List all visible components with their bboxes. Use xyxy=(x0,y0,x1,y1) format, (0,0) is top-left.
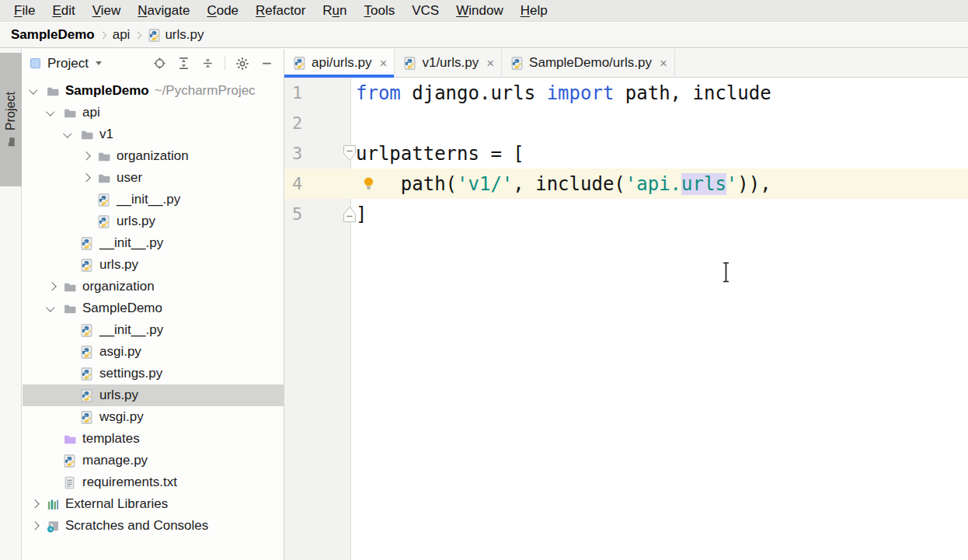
tree-item-urls-py[interactable]: urls.py xyxy=(23,254,284,276)
editor-tab-api-urls-py[interactable]: api/urls.py× xyxy=(284,49,395,77)
tree-item-label: __init__.py xyxy=(117,192,180,207)
tree-item-label: urls.py xyxy=(99,257,138,273)
pycharm-window: FileEditViewNavigateCodeRefactorRunTools… xyxy=(0,0,968,560)
menu-edit[interactable]: Edit xyxy=(44,2,83,20)
intention-bulb-icon[interactable] xyxy=(360,176,377,192)
chevron-right-icon[interactable] xyxy=(80,153,97,159)
hide-icon[interactable] xyxy=(259,57,273,71)
editor-code[interactable]: 1from django.urls import path, include23… xyxy=(284,78,968,229)
collapse-all-icon[interactable] xyxy=(200,57,214,71)
project-path-suffix: ~/PycharmProjec xyxy=(155,83,256,99)
tree-item-label: v1 xyxy=(99,127,113,142)
line-number: 1 xyxy=(284,83,351,103)
tree-item-scratches-and-consoles[interactable]: Scratches and Consoles xyxy=(23,515,284,537)
tree-item-label: SampleDemo xyxy=(82,301,162,316)
tree-item-organization[interactable]: organization xyxy=(23,276,284,297)
chevron-down-icon[interactable] xyxy=(63,133,80,137)
locate-icon[interactable] xyxy=(152,57,166,71)
code-line-2[interactable]: 2 xyxy=(284,108,968,138)
folder-icon xyxy=(63,301,78,315)
tree-item-api[interactable]: api xyxy=(23,102,284,123)
project-title[interactable]: Project xyxy=(47,56,89,71)
project-stripe-label: Project xyxy=(4,92,18,130)
python-icon xyxy=(80,367,95,381)
folder-icon xyxy=(63,280,78,294)
chevron-down-icon[interactable] xyxy=(96,61,102,65)
tree-item-settings-py[interactable]: settings.py xyxy=(23,363,284,384)
menu-code[interactable]: Code xyxy=(198,2,247,20)
tree-item-sampledemo[interactable]: SampleDemo~/PycharmProjec xyxy=(23,80,284,102)
menu-tools[interactable]: Tools xyxy=(356,2,404,20)
project-stripe-tab[interactable]: Project xyxy=(0,53,22,186)
settings-gear-icon[interactable] xyxy=(235,57,249,71)
breadcrumb-item-urls-py[interactable]: urls.py xyxy=(148,27,204,43)
chevron-down-icon[interactable] xyxy=(46,307,63,311)
python-icon xyxy=(80,323,95,337)
code-line-4[interactable]: 4 path('v1/', include('api.urls')), xyxy=(284,169,968,199)
menu-vcs[interactable]: VCS xyxy=(403,2,447,20)
chevron-right-icon[interactable] xyxy=(29,523,46,529)
breadcrumb-item-sampledemo[interactable]: SampleDemo xyxy=(11,27,95,43)
chevron-down-icon[interactable] xyxy=(29,89,46,93)
folder-icon xyxy=(46,84,61,98)
fold-start-icon[interactable] xyxy=(343,144,357,162)
chevron-right-icon[interactable] xyxy=(80,175,97,181)
chevron-right-icon[interactable] xyxy=(46,283,63,290)
close-icon[interactable]: × xyxy=(486,57,494,70)
tree-item--init-py[interactable]: __init__.py xyxy=(23,232,284,254)
chevron-right-icon[interactable] xyxy=(29,501,46,507)
tree-item-label: organization xyxy=(82,279,155,294)
menu-view[interactable]: View xyxy=(84,2,130,20)
tree-item-wsgi-py[interactable]: wsgi.py xyxy=(23,406,284,428)
tree-item-v1[interactable]: v1 xyxy=(23,123,284,145)
code-line-1[interactable]: 1from django.urls import path, include xyxy=(284,78,968,108)
mouse-ibeam-cursor xyxy=(721,262,731,286)
tree-item-urls-py[interactable]: urls.py xyxy=(23,384,284,406)
tree-item--init-py[interactable]: __init__.py xyxy=(23,319,284,341)
toolbar-separator xyxy=(225,57,225,70)
scratches-icon xyxy=(46,519,61,533)
code-line-3[interactable]: 3urlpatterns = [ xyxy=(284,138,968,169)
tree-item-organization[interactable]: organization xyxy=(23,145,284,167)
project-tree: SampleDemo~/PycharmProjecapiv1organizati… xyxy=(23,80,284,537)
close-icon[interactable]: × xyxy=(660,57,667,70)
menu-refactor[interactable]: Refactor xyxy=(247,2,314,20)
folder-icon xyxy=(80,127,95,141)
menu-help[interactable]: Help xyxy=(512,2,556,20)
close-icon[interactable]: × xyxy=(379,57,387,70)
tree-item-manage-py[interactable]: manage.py xyxy=(23,450,284,471)
tree-item-asgi-py[interactable]: asgi.py xyxy=(23,341,284,363)
tree-item-label: user xyxy=(117,170,142,186)
text-file-icon xyxy=(63,475,78,489)
python-file-icon xyxy=(510,57,524,70)
code-line-5[interactable]: 5] xyxy=(284,199,968,229)
tree-item-templates[interactable]: templates xyxy=(23,428,284,450)
menu-window[interactable]: Window xyxy=(447,2,511,20)
editor-tab-v1-urls-py[interactable]: v1/urls.py× xyxy=(395,49,502,77)
chevron-down-icon[interactable] xyxy=(46,111,63,115)
tree-item--init-py[interactable]: __init__.py xyxy=(23,189,284,210)
python-icon xyxy=(97,193,112,207)
folder-icon xyxy=(63,106,78,120)
editor-tab-sampledemo-urls-py[interactable]: SampleDemo/urls.py× xyxy=(502,49,675,77)
line-number: 3 xyxy=(284,144,351,163)
tree-item-external-libraries[interactable]: External Libraries xyxy=(23,493,284,515)
tree-item-sampledemo[interactable]: SampleDemo xyxy=(23,297,284,319)
tree-item-label: wsgi.py xyxy=(99,409,144,425)
tree-item-requirements-txt[interactable]: requirements.txt xyxy=(23,471,284,493)
menu-navigate[interactable]: Navigate xyxy=(129,2,198,20)
tree-item-user[interactable]: user xyxy=(23,167,284,189)
breadcrumb-separator-icon xyxy=(99,31,106,39)
breadcrumb-separator-icon xyxy=(134,31,142,39)
code-text: from django.urls import path, include xyxy=(351,82,771,104)
tree-item-urls-py[interactable]: urls.py xyxy=(23,210,284,232)
tab-label: api/urls.py xyxy=(312,55,371,71)
fold-end-icon[interactable] xyxy=(343,205,357,223)
expand-all-icon[interactable] xyxy=(176,57,190,71)
breadcrumb-item-api[interactable]: api xyxy=(113,27,131,43)
menu-file[interactable]: File xyxy=(5,2,44,20)
tool-window-stripe: Project xyxy=(0,49,22,560)
project-folder-icon xyxy=(6,137,16,148)
editor-tab-bar: api/urls.py× v1/urls.py× SampleDemo/urls… xyxy=(284,49,968,78)
menu-run[interactable]: Run xyxy=(314,2,355,20)
